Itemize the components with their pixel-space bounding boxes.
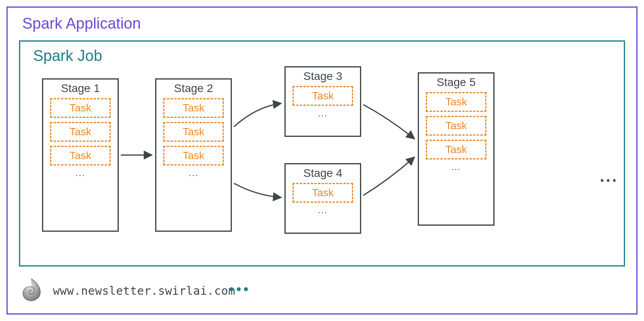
job-canvas: Stage 1 Task Task Task ... Stage 2 Task …	[30, 66, 614, 252]
more-jobs-ellipsis: ...	[600, 167, 618, 185]
stage-label: Stage 2	[156, 82, 231, 95]
task-box: Task	[426, 92, 486, 112]
task-box: Task	[50, 98, 111, 118]
task-box: Task	[50, 122, 111, 142]
stage-4: Stage 4 Task ...	[284, 163, 361, 234]
ellipsis: ...	[156, 168, 231, 178]
ellipsis: ...	[286, 205, 360, 216]
source-url: www.newsletter.swirlai.com	[53, 284, 235, 298]
task-box: Task	[293, 183, 353, 203]
ellipsis: ...	[43, 168, 118, 178]
stage-label: Stage 5	[419, 76, 493, 89]
swirl-logo-icon	[19, 278, 43, 304]
stage-3: Stage 3 Task ...	[284, 66, 361, 137]
stage-1: Stage 1 Task Task Task ...	[42, 78, 119, 232]
footer-dots: •••	[229, 281, 251, 297]
task-box: Task	[426, 140, 486, 159]
application-title: Spark Application	[22, 15, 625, 32]
task-box: Task	[163, 98, 224, 118]
stage-label: Stage 1	[43, 82, 118, 95]
stage-5: Stage 5 Task Task Task ...	[418, 72, 495, 226]
task-box: Task	[426, 116, 486, 136]
footer: www.newsletter.swirlai.com •••	[19, 278, 625, 304]
job-title: Spark Job	[33, 47, 614, 65]
ellipsis: ...	[286, 108, 360, 119]
stage-label: Stage 3	[286, 70, 360, 83]
stage-2: Stage 2 Task Task Task ...	[155, 78, 232, 232]
ellipsis: ...	[419, 162, 493, 172]
task-box: Task	[293, 86, 353, 106]
stage-label: Stage 4	[286, 167, 360, 180]
spark-job-container: Spark Job Stage 1 Task Task Task ... Sta…	[19, 40, 625, 266]
task-box: Task	[163, 146, 224, 166]
task-box: Task	[50, 146, 111, 166]
task-box: Task	[163, 122, 224, 142]
spark-application-container: Spark Application Spark Job Stage 1 Task…	[6, 6, 638, 315]
